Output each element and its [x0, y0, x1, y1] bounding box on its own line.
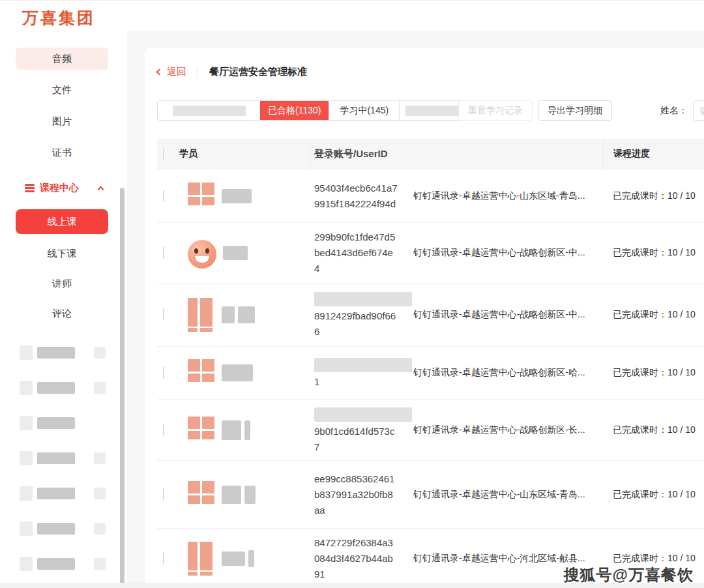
redacted-badge	[94, 488, 106, 499]
header-student: 学员	[179, 148, 310, 160]
sidebar-item-offline-course[interactable]: 线下课	[16, 243, 108, 264]
divider	[198, 67, 198, 78]
table-row: 8912429fbad90f666 钉钉通讯录-卓越运营中心-战略创新区-中..…	[157, 284, 704, 347]
back-button[interactable]: 返回	[167, 66, 186, 78]
redacted-icon	[20, 557, 33, 571]
sidebar-item-comments[interactable]: 评论	[16, 303, 108, 324]
student-table: 学员 登录账号/UserID 课程进度 95403f4ecb6c41a79915…	[157, 139, 704, 583]
user-id-cell: 8912429fbad90f666	[310, 290, 409, 340]
redacted-label	[37, 452, 75, 464]
department-cell: 钉钉通讯录-卓越运营中心-山东区域-青岛...	[409, 190, 603, 202]
breadcrumb: 返回 餐厅运营安全管理标准	[157, 66, 307, 78]
redacted-name-blocks	[222, 550, 254, 567]
redacted-badge	[94, 523, 106, 535]
redacted-icon	[20, 522, 33, 536]
user-id-cell: 9b0f1cd614fd573c7	[310, 405, 409, 455]
redacted-label	[37, 523, 75, 535]
emoji-face	[188, 240, 216, 269]
student-cell	[179, 179, 310, 213]
sidebar-item-images[interactable]: 图片	[16, 110, 108, 132]
row-checkbox[interactable]	[163, 308, 164, 321]
select-all-checkbox[interactable]	[163, 148, 164, 160]
sidebar-item-online-course[interactable]: 线上课	[16, 209, 108, 234]
sidebar: 音频 文件 图片 证书 课程中心 线上课 线下课 讲师 评论	[0, 31, 127, 588]
row-checkbox[interactable]	[163, 488, 164, 501]
sidebar-item-lecturer[interactable]: 讲师	[16, 273, 108, 294]
row-checkbox[interactable]	[163, 190, 164, 202]
department-cell: 钉钉通讯录-卓越运营中心-战略创新区-中...	[409, 247, 603, 259]
sidebar-item-certificates[interactable]: 证书	[16, 141, 108, 164]
sidebar-placeholder-item[interactable]	[0, 379, 127, 396]
sidebar-item-files[interactable]: 文件	[16, 79, 108, 101]
content-card: 返回 餐厅运营安全管理标准 已合格(1130) 学习中(145) 重置学习记录 …	[145, 48, 704, 583]
row-checkbox[interactable]	[163, 246, 164, 259]
redacted-name-blocks	[222, 364, 253, 381]
avatar	[188, 413, 215, 447]
sidebar-group-course-center[interactable]: 课程中心	[25, 178, 127, 198]
tab-placeholder-1[interactable]	[158, 101, 260, 120]
table-row: 95403f4ecb6c41a79915f1842224f94d 钉钉通讯录-卓…	[157, 169, 704, 223]
watermark: 搜狐号@万喜餐饮	[564, 565, 694, 585]
redacted-icon	[20, 486, 33, 501]
redacted-tab-label	[173, 106, 246, 116]
export-learning-detail-button[interactable]: 导出学习明细	[538, 100, 612, 121]
status-tab-group: 已合格(1130) 学习中(145)	[157, 100, 476, 121]
sidebar-scrollbar[interactable]	[120, 188, 125, 588]
tab-learning[interactable]: 学习中(145)	[329, 101, 399, 120]
redacted-icon	[20, 381, 33, 395]
toolbar: 已合格(1130) 学习中(145) 重置学习记录 导出学习明细 姓名：	[145, 100, 704, 121]
header-account: 登录账号/UserID	[310, 139, 409, 169]
redacted-label	[37, 417, 75, 429]
sidebar-item-audio[interactable]: 音频	[16, 48, 108, 70]
row-checkbox[interactable]	[163, 552, 164, 565]
table-row: 1 钉钉通讯录-卓越运营中心-战略创新区-哈... 已完成课时：10 / 10	[157, 347, 704, 400]
student-cell	[179, 298, 310, 332]
redacted-id-block	[314, 292, 412, 306]
redacted-badge	[94, 452, 106, 464]
avatar	[188, 478, 215, 512]
avatar	[188, 298, 215, 332]
redacted-label	[37, 488, 75, 499]
redacted-id-block	[314, 358, 412, 372]
table-row: ee99cc885362461b837991a32b0fb8aa 钉钉通讯录-卓…	[157, 461, 704, 529]
row-checkbox[interactable]	[163, 366, 164, 379]
department-cell: 钉钉通讯录-卓越运营中心-河北区域-献县...	[409, 553, 603, 565]
progress-cell: 已完成课时：10 / 10	[603, 553, 704, 565]
redacted-badge	[94, 558, 106, 570]
sidebar-placeholder-item[interactable]	[0, 555, 127, 572]
redacted-name-blocks	[222, 306, 255, 323]
redacted-name-blocks	[222, 420, 250, 440]
reset-learning-record-button[interactable]: 重置学习记录	[458, 100, 533, 121]
sidebar-placeholder-item[interactable]	[0, 450, 127, 467]
name-filter: 姓名：	[660, 100, 704, 121]
table-body: 95403f4ecb6c41a79915f1842224f94d 钉钉通讯录-卓…	[157, 169, 704, 583]
avatar	[188, 240, 216, 269]
tab-qualified[interactable]: 已合格(1130)	[260, 101, 329, 120]
sidebar-placeholder-item[interactable]	[0, 520, 127, 537]
sidebar-placeholder-item[interactable]	[0, 344, 127, 361]
row-checkbox[interactable]	[163, 424, 164, 436]
user-id-cell: 299b90fc1fde47d5bed4143d6ef674e4	[310, 229, 409, 276]
department-cell: 钉钉通讯录-卓越运营中心-山东区域-青岛...	[409, 489, 603, 501]
book-icon	[25, 184, 35, 192]
name-filter-input[interactable]	[693, 100, 704, 121]
progress-cell: 已完成课时：10 / 10	[603, 489, 704, 501]
redacted-label	[37, 382, 75, 394]
redacted-icon	[20, 451, 33, 465]
redacted-icon	[20, 345, 33, 360]
department-cell: 钉钉通讯录-卓越运营中心-战略创新区-哈...	[409, 367, 603, 379]
chevron-up-icon	[98, 186, 104, 192]
brand-logo: 万喜集团	[22, 7, 95, 29]
department-cell: 钉钉通讯录-卓越运营中心-战略创新区-长...	[409, 424, 603, 436]
chevron-left-icon	[156, 69, 163, 76]
progress-cell: 已完成课时：10 / 10	[603, 367, 704, 379]
student-cell	[179, 542, 310, 576]
user-id-cell: ee99cc885362461b837991a32b0fb8aa	[310, 471, 409, 518]
redacted-id-block	[314, 407, 412, 422]
sidebar-placeholder-item[interactable]	[0, 415, 127, 432]
student-cell	[179, 237, 310, 269]
department-cell: 钉钉通讯录-卓越运营中心-战略创新区-中...	[409, 309, 603, 321]
progress-cell: 已完成课时：10 / 10	[603, 247, 704, 259]
progress-cell: 已完成课时：10 / 10	[603, 424, 704, 436]
sidebar-placeholder-item[interactable]	[0, 485, 127, 502]
